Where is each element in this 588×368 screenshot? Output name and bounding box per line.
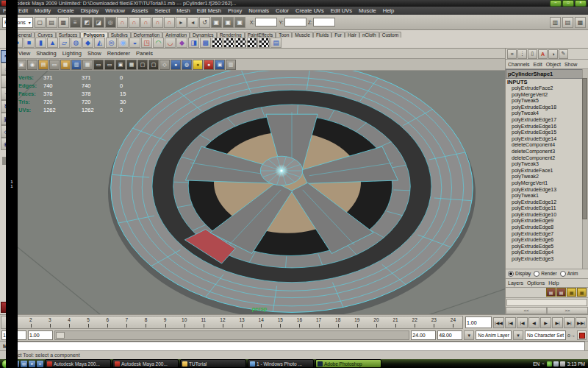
snap-to-view-plane-icon[interactable]: ∩ bbox=[152, 17, 163, 28]
frame-tick[interactable]: 22 bbox=[405, 316, 424, 328]
current-frame-indicator[interactable]: 1 1 bbox=[6, 0, 18, 368]
poly-crystal-icon[interactable]: ◆ bbox=[176, 38, 187, 48]
coord-input[interactable] bbox=[313, 18, 335, 26]
frame-tick[interactable]: 6 bbox=[98, 316, 117, 328]
command-line-input[interactable] bbox=[16, 342, 585, 351]
menu-item[interactable]: Select bbox=[154, 7, 170, 14]
quick-launch-overflow[interactable]: » bbox=[37, 361, 43, 367]
taskbar-task[interactable]: Autodesk Maya 200... bbox=[45, 359, 111, 368]
internet-explorer-icon[interactable]: e bbox=[29, 361, 35, 367]
menu-item[interactable]: Assets bbox=[132, 7, 148, 14]
input-node-item[interactable]: polyExtrudeEdge12 bbox=[506, 199, 588, 206]
taskbar-task[interactable]: TUTorial bbox=[180, 359, 246, 368]
race-flag-icon-5[interactable]: ▦ bbox=[259, 38, 270, 48]
current-time-field[interactable] bbox=[465, 316, 492, 328]
channel-box-scrollbar[interactable] bbox=[582, 69, 588, 269]
coord-input[interactable] bbox=[255, 18, 277, 26]
shelf-tab[interactable]: Custom bbox=[379, 32, 401, 38]
layer-move-up-icon[interactable]: ▤ bbox=[546, 288, 556, 297]
frame-tick[interactable]: 21 bbox=[386, 316, 405, 328]
poly-smooth-icon[interactable]: ▩ bbox=[200, 38, 211, 48]
coord-input[interactable] bbox=[284, 18, 306, 26]
menu-item[interactable]: Muscle bbox=[359, 7, 376, 14]
input-node-item[interactable]: polyExtrudeEdge7 bbox=[506, 231, 588, 238]
frame-tick[interactable]: 7 bbox=[117, 316, 136, 328]
input-node-item[interactable]: polyExtrudeEdge16 bbox=[506, 124, 588, 130]
input-node-item[interactable]: polyExtrudeEdge18 bbox=[506, 105, 588, 111]
poly-uv-grid-icon[interactable]: ▤ bbox=[270, 38, 282, 48]
viewport-menu-item[interactable]: Panels bbox=[136, 50, 153, 57]
layer-move-down-icon[interactable]: ▤ bbox=[556, 288, 566, 297]
play-forward-button[interactable]: ▶ bbox=[540, 317, 551, 328]
taskbar-task[interactable]: Autodesk Maya 200... bbox=[112, 359, 179, 368]
race-flag-icon-1[interactable]: ▦ bbox=[212, 38, 223, 48]
show-tool-settings-icon[interactable]: ▤ bbox=[562, 17, 573, 28]
race-flag-icon-4[interactable]: ▦ bbox=[247, 38, 258, 48]
anim-start-field[interactable] bbox=[28, 330, 53, 340]
selected-node-name[interactable]: pCylinderShape1 bbox=[506, 69, 588, 79]
channel-names-icon[interactable]: A bbox=[538, 49, 548, 59]
isolate-select-icon[interactable]: ▣ bbox=[215, 60, 225, 70]
input-node-item[interactable]: polyTweak2 bbox=[506, 174, 588, 180]
character-set-dropdown[interactable]: No Character Set bbox=[525, 330, 566, 340]
viewport-canvas[interactable]: Verts: 371 371 0 Edges: 740 740 0 Faces:… bbox=[14, 71, 505, 314]
viewport-menu-item[interactable]: Show bbox=[87, 50, 101, 57]
input-connections-icon[interactable]: ▸ bbox=[176, 17, 187, 28]
highlight-selection-icon[interactable]: ◎ bbox=[105, 17, 116, 28]
poly-cylinder-icon[interactable]: ▮ bbox=[35, 38, 46, 48]
snap-to-curve-icon[interactable]: ∩ bbox=[129, 17, 140, 28]
layer-list[interactable] bbox=[506, 299, 587, 306]
input-node-item[interactable]: polyExtrudeFace1 bbox=[506, 168, 588, 174]
shelf-tab[interactable]: Fluids bbox=[313, 32, 331, 38]
shelf-tab[interactable]: Toon bbox=[276, 32, 292, 38]
layer-mode-radio[interactable]: Display bbox=[508, 271, 531, 277]
minimize-button[interactable]: – bbox=[550, 0, 562, 7]
input-node-item[interactable]: polyTweak1 bbox=[506, 193, 588, 199]
shelf-tab[interactable]: Animation bbox=[162, 32, 190, 38]
poly-cube-icon[interactable]: ■ bbox=[24, 38, 35, 48]
shelf-tab[interactable]: Curves bbox=[35, 32, 56, 38]
render-settings-icon[interactable]: ▣ bbox=[234, 17, 245, 28]
mail-icon[interactable]: ✉ bbox=[21, 361, 27, 367]
input-node-item[interactable]: polyTweak4 bbox=[506, 110, 588, 117]
step-back-frame-button[interactable]: |◀ bbox=[505, 317, 516, 328]
pager-left-button[interactable]: << bbox=[506, 307, 547, 314]
menu-item[interactable]: Display bbox=[81, 7, 99, 14]
shelf-tab[interactable]: Polygons bbox=[80, 32, 107, 38]
select-camera-icon[interactable]: ▣ bbox=[16, 60, 26, 70]
input-node-item[interactable]: polyExtrudeFace2 bbox=[506, 85, 588, 92]
playback-end-field[interactable] bbox=[411, 330, 436, 340]
poly-prism-icon[interactable]: ◆ bbox=[82, 38, 93, 48]
render-current-frame-icon[interactable]: ▣ bbox=[211, 17, 222, 28]
input-node-item[interactable]: polyExtrudeEdge11 bbox=[506, 205, 588, 212]
shelf-tab[interactable]: Surfaces bbox=[56, 32, 81, 38]
frame-tick[interactable]: 18 bbox=[328, 316, 347, 328]
save-scene-icon[interactable]: ▦ bbox=[58, 17, 69, 28]
input-node-item[interactable]: polyTweak5 bbox=[506, 98, 588, 105]
frame-tick[interactable]: 4 bbox=[59, 316, 78, 328]
frame-tick[interactable]: 3 bbox=[40, 316, 59, 328]
open-scene-icon[interactable]: ▤ bbox=[46, 17, 57, 28]
poly-pyramid-icon[interactable]: ◭ bbox=[94, 38, 105, 48]
snap-to-point-icon[interactable]: ∩ bbox=[140, 17, 151, 28]
step-back-key-button[interactable]: |◀ bbox=[517, 317, 528, 328]
menu-item[interactable]: Normals bbox=[248, 7, 269, 14]
new-scene-icon[interactable]: ▢ bbox=[35, 17, 46, 28]
output-connections-icon[interactable]: ◂ bbox=[187, 17, 198, 28]
shelf-tab[interactable]: PaintEffects bbox=[245, 32, 276, 38]
menu-item[interactable]: Edit UVs bbox=[331, 7, 352, 14]
shelf-tab[interactable]: Subdivs bbox=[108, 32, 131, 38]
use-lights-icon[interactable]: ● bbox=[193, 60, 203, 70]
input-node-item[interactable]: polyMergeVert1 bbox=[506, 180, 588, 187]
show-channel-box-icon[interactable]: ▦ bbox=[575, 17, 586, 28]
shelf-tab[interactable]: Rendering bbox=[217, 32, 245, 38]
race-flag-icon-3[interactable]: ▦ bbox=[235, 38, 246, 48]
input-node-item[interactable]: polyExtrudeEdge9 bbox=[506, 218, 588, 224]
channel-box-menu-item[interactable]: Object bbox=[546, 62, 561, 67]
shelf-tab[interactable]: Deformation bbox=[131, 32, 162, 38]
poly-cone-icon[interactable]: ▲ bbox=[47, 38, 58, 48]
menu-item[interactable]: Help bbox=[383, 7, 394, 14]
manip-default-icon[interactable]: ≡ bbox=[507, 49, 517, 59]
grid-icon[interactable]: ▦ bbox=[82, 60, 93, 70]
play-backwards-button[interactable]: ◀ bbox=[528, 317, 539, 328]
